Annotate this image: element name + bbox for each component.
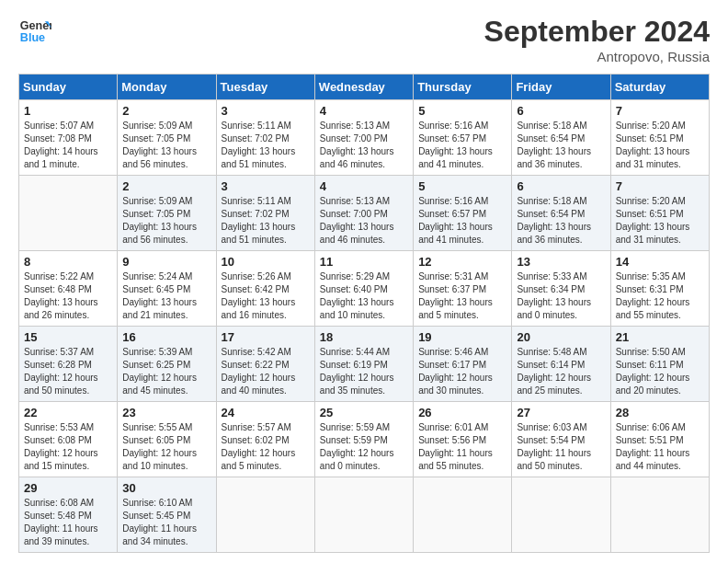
day-info: Sunrise: 6:06 AM Sunset: 5:51 PM Dayligh…	[616, 421, 704, 473]
day-number: 7	[616, 104, 704, 118]
day-number: 10	[222, 255, 310, 269]
day-number: 22	[24, 406, 112, 419]
day-info: Sunrise: 5:20 AM Sunset: 6:51 PM Dayligh…	[616, 195, 704, 247]
table-row: 12Sunrise: 5:31 AM Sunset: 6:37 PM Dayli…	[414, 251, 512, 327]
table-row: 4Sunrise: 5:13 AM Sunset: 7:00 PM Daylig…	[314, 176, 413, 251]
table-row: 20Sunrise: 5:48 AM Sunset: 6:14 PM Dayli…	[512, 327, 610, 402]
table-row: 16Sunrise: 5:39 AM Sunset: 6:25 PM Dayli…	[118, 327, 216, 402]
day-number: 23	[122, 406, 210, 419]
table-row	[414, 477, 512, 553]
table-row: 25Sunrise: 5:59 AM Sunset: 5:59 PM Dayli…	[314, 402, 413, 477]
day-info: Sunrise: 5:18 AM Sunset: 6:54 PM Dayligh…	[517, 195, 605, 247]
day-info: Sunrise: 5:37 AM Sunset: 6:28 PM Dayligh…	[24, 346, 112, 397]
day-info: Sunrise: 5:11 AM Sunset: 7:02 PM Dayligh…	[222, 120, 310, 171]
day-info: Sunrise: 5:46 AM Sunset: 6:17 PM Dayligh…	[418, 346, 506, 397]
table-row	[19, 176, 118, 251]
day-info: Sunrise: 5:16 AM Sunset: 6:57 PM Dayligh…	[418, 195, 506, 247]
calendar-week-6: 29Sunrise: 6:08 AM Sunset: 5:48 PM Dayli…	[19, 477, 710, 553]
day-number: 27	[517, 406, 605, 419]
day-number: 12	[418, 255, 506, 269]
day-number: 11	[320, 255, 408, 269]
calendar-week-5: 22Sunrise: 5:53 AM Sunset: 6:08 PM Dayli…	[19, 402, 710, 477]
table-row: 26Sunrise: 6:01 AM Sunset: 5:56 PM Dayli…	[414, 402, 512, 477]
day-info: Sunrise: 5:53 AM Sunset: 6:08 PM Dayligh…	[24, 421, 112, 473]
day-info: Sunrise: 6:03 AM Sunset: 5:54 PM Dayligh…	[517, 421, 605, 473]
day-info: Sunrise: 5:55 AM Sunset: 6:05 PM Dayligh…	[122, 421, 210, 473]
day-number: 5	[418, 179, 506, 193]
day-info: Sunrise: 5:59 AM Sunset: 5:59 PM Dayligh…	[320, 421, 408, 473]
table-row: 6Sunrise: 5:18 AM Sunset: 6:54 PM Daylig…	[512, 100, 610, 176]
day-number: 4	[320, 179, 408, 193]
table-row: 8Sunrise: 5:22 AM Sunset: 6:48 PM Daylig…	[19, 251, 118, 327]
table-row: 11Sunrise: 5:29 AM Sunset: 6:40 PM Dayli…	[314, 251, 413, 327]
table-row: 30Sunrise: 6:10 AM Sunset: 5:45 PM Dayli…	[118, 477, 216, 553]
day-info: Sunrise: 5:39 AM Sunset: 6:25 PM Dayligh…	[122, 346, 210, 397]
day-number: 20	[517, 330, 605, 344]
table-row: 4Sunrise: 5:13 AM Sunset: 7:00 PM Daylig…	[314, 100, 413, 176]
table-row: 7Sunrise: 5:20 AM Sunset: 6:51 PM Daylig…	[610, 176, 709, 251]
day-info: Sunrise: 6:01 AM Sunset: 5:56 PM Dayligh…	[418, 421, 506, 473]
day-info: Sunrise: 5:16 AM Sunset: 6:57 PM Dayligh…	[418, 120, 506, 171]
table-row	[216, 477, 314, 553]
day-info: Sunrise: 5:22 AM Sunset: 6:48 PM Dayligh…	[24, 270, 112, 322]
day-number: 13	[517, 255, 605, 269]
day-number: 6	[517, 104, 605, 118]
day-number: 14	[616, 255, 704, 269]
day-number: 26	[418, 406, 506, 419]
table-row: 19Sunrise: 5:46 AM Sunset: 6:17 PM Dayli…	[414, 327, 512, 402]
table-row: 17Sunrise: 5:42 AM Sunset: 6:22 PM Dayli…	[216, 327, 314, 402]
table-row: 3Sunrise: 5:11 AM Sunset: 7:02 PM Daylig…	[216, 100, 314, 176]
table-row: 6Sunrise: 5:18 AM Sunset: 6:54 PM Daylig…	[512, 176, 610, 251]
day-info: Sunrise: 5:09 AM Sunset: 7:05 PM Dayligh…	[122, 195, 210, 247]
day-number: 8	[24, 255, 112, 269]
day-number: 24	[222, 406, 310, 419]
table-row: 5Sunrise: 5:16 AM Sunset: 6:57 PM Daylig…	[414, 176, 512, 251]
day-number: 19	[418, 330, 506, 344]
day-info: Sunrise: 5:35 AM Sunset: 6:31 PM Dayligh…	[616, 270, 704, 322]
day-number: 5	[418, 104, 506, 118]
day-number: 6	[517, 179, 605, 193]
svg-text:Blue: Blue	[20, 31, 45, 44]
table-row: 2Sunrise: 5:09 AM Sunset: 7:05 PM Daylig…	[118, 176, 216, 251]
day-number: 3	[222, 104, 310, 118]
calendar-week-3: 8Sunrise: 5:22 AM Sunset: 6:48 PM Daylig…	[19, 251, 710, 327]
table-row: 5Sunrise: 5:16 AM Sunset: 6:57 PM Daylig…	[414, 100, 512, 176]
calendar-table: Sunday Monday Tuesday Wednesday Thursday…	[18, 74, 710, 553]
table-row: 18Sunrise: 5:44 AM Sunset: 6:19 PM Dayli…	[314, 327, 413, 402]
table-row: 13Sunrise: 5:33 AM Sunset: 6:34 PM Dayli…	[512, 251, 610, 327]
day-number: 28	[616, 406, 704, 419]
day-number: 4	[320, 104, 408, 118]
header-thursday: Thursday	[414, 75, 512, 100]
table-row: 28Sunrise: 6:06 AM Sunset: 5:51 PM Dayli…	[610, 402, 709, 477]
day-info: Sunrise: 5:44 AM Sunset: 6:19 PM Dayligh…	[320, 346, 408, 397]
location: Antropovo, Russia	[484, 49, 710, 64]
day-info: Sunrise: 5:50 AM Sunset: 6:11 PM Dayligh…	[616, 346, 704, 397]
month-title: September 2024	[484, 15, 710, 49]
day-number: 21	[616, 330, 704, 344]
day-number: 3	[222, 179, 310, 193]
day-info: Sunrise: 5:42 AM Sunset: 6:22 PM Dayligh…	[222, 346, 310, 397]
table-row: 22Sunrise: 5:53 AM Sunset: 6:08 PM Dayli…	[19, 402, 118, 477]
day-info: Sunrise: 5:48 AM Sunset: 6:14 PM Dayligh…	[517, 346, 605, 397]
day-number: 15	[24, 330, 112, 344]
day-number: 1	[24, 104, 112, 118]
calendar-week-4: 15Sunrise: 5:37 AM Sunset: 6:28 PM Dayli…	[19, 327, 710, 402]
day-number: 2	[122, 179, 210, 193]
day-info: Sunrise: 6:10 AM Sunset: 5:45 PM Dayligh…	[122, 497, 210, 548]
table-row	[610, 477, 709, 553]
table-row: 1Sunrise: 5:07 AM Sunset: 7:08 PM Daylig…	[19, 100, 118, 176]
table-row: 23Sunrise: 5:55 AM Sunset: 6:05 PM Dayli…	[118, 402, 216, 477]
calendar-week-1: 1Sunrise: 5:07 AM Sunset: 7:08 PM Daylig…	[19, 100, 710, 176]
table-row: 27Sunrise: 6:03 AM Sunset: 5:54 PM Dayli…	[512, 402, 610, 477]
table-row: 3Sunrise: 5:11 AM Sunset: 7:02 PM Daylig…	[216, 176, 314, 251]
day-number: 2	[122, 104, 210, 118]
day-number: 29	[24, 481, 112, 495]
day-info: Sunrise: 5:26 AM Sunset: 6:42 PM Dayligh…	[222, 270, 310, 322]
table-row: 14Sunrise: 5:35 AM Sunset: 6:31 PM Dayli…	[610, 251, 709, 327]
day-number: 18	[320, 330, 408, 344]
table-row	[512, 477, 610, 553]
day-info: Sunrise: 6:08 AM Sunset: 5:48 PM Dayligh…	[24, 497, 112, 548]
page: General Blue September 2024 Antropovo, R…	[0, 0, 728, 563]
day-info: Sunrise: 5:07 AM Sunset: 7:08 PM Dayligh…	[24, 120, 112, 171]
header-monday: Monday	[118, 75, 216, 100]
